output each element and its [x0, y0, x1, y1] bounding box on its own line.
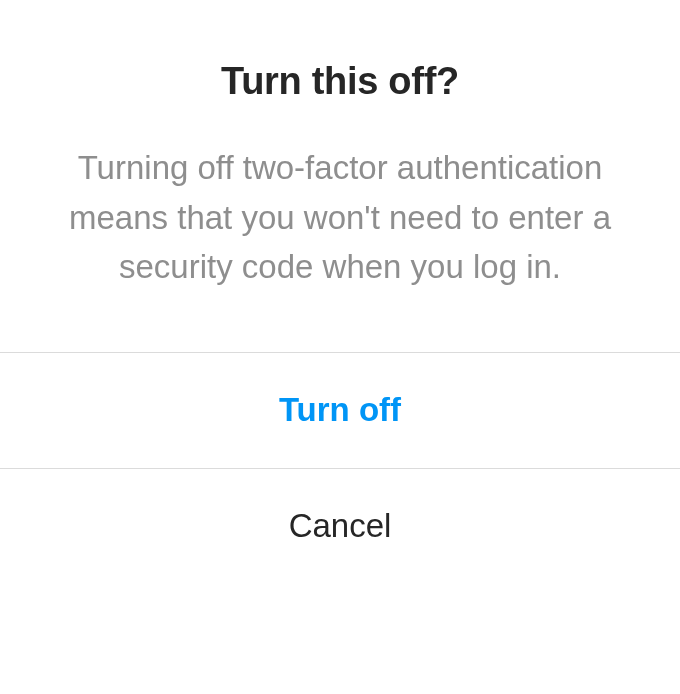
- cancel-button[interactable]: Cancel: [0, 469, 680, 584]
- dialog-content: Turn this off? Turning off two-factor au…: [0, 0, 680, 352]
- dialog-title: Turn this off?: [40, 60, 640, 103]
- confirmation-dialog: Turn this off? Turning off two-factor au…: [0, 0, 680, 694]
- dialog-body-text: Turning off two-factor authentication me…: [40, 143, 640, 292]
- turn-off-button[interactable]: Turn off: [0, 353, 680, 468]
